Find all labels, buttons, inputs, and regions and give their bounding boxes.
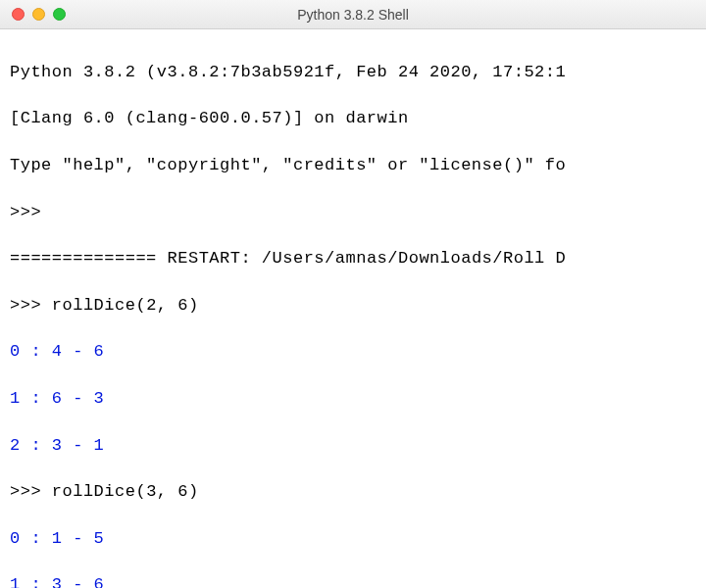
output-line: 0 : 1 - 5 — [10, 527, 696, 551]
input-line: >>> rollDice(3, 6) — [10, 480, 696, 504]
banner-line: Python 3.8.2 (v3.8.2:7b3ab5921f, Feb 24 … — [10, 61, 696, 84]
terminal-area[interactable]: Python 3.8.2 (v3.8.2:7b3ab5921f, Feb 24 … — [0, 29, 706, 588]
prompt: >>> — [10, 203, 41, 221]
restart-line: ============== RESTART: /Users/amnas/Dow… — [10, 247, 696, 270]
prompt-line: >>> — [10, 201, 696, 224]
restart-sep: ============== — [10, 249, 157, 268]
banner-line: [Clang 6.0 (clang-600.0.57)] on darwin — [10, 107, 696, 130]
repl-input: rollDice(2, 6) — [52, 296, 199, 315]
output-line: 2 : 3 - 1 — [10, 434, 696, 458]
output-line: 1 : 6 - 3 — [10, 387, 696, 411]
output-line: 1 : 3 - 6 — [10, 573, 696, 588]
titlebar: Python 3.8.2 Shell — [0, 0, 706, 29]
minimize-icon[interactable] — [32, 8, 45, 21]
window-title: Python 3.8.2 Shell — [0, 7, 706, 23]
output-line: 0 : 4 - 6 — [10, 340, 696, 364]
prompt: >>> — [10, 296, 41, 315]
restart-label: RESTART: — [157, 249, 262, 268]
banner-line: Type "help", "copyright", "credits" or "… — [10, 154, 696, 177]
close-icon[interactable] — [12, 8, 25, 21]
maximize-icon[interactable] — [53, 8, 66, 21]
input-line: >>> rollDice(2, 6) — [10, 294, 696, 318]
prompt: >>> — [10, 482, 41, 501]
traffic-lights — [0, 8, 66, 21]
restart-path: /Users/amnas/Downloads/Roll D — [262, 249, 566, 268]
repl-input: rollDice(3, 6) — [52, 482, 199, 501]
